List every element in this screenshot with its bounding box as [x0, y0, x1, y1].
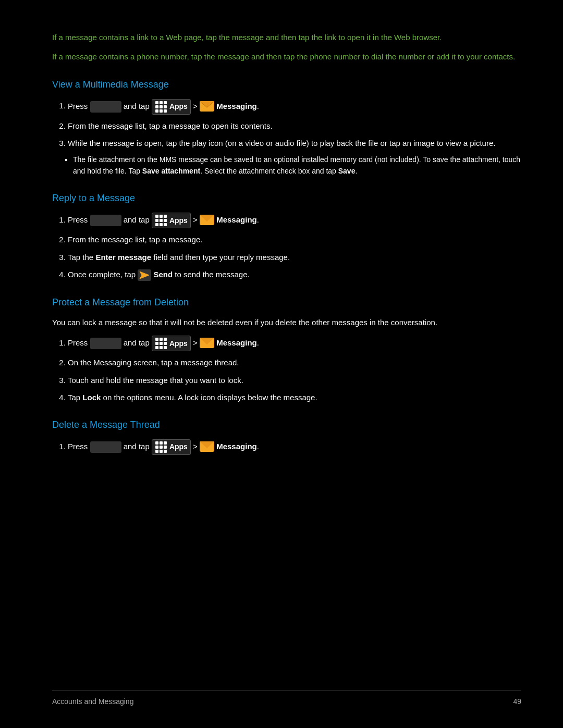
send-icon — [138, 269, 151, 281]
messaging-icon — [200, 441, 214, 453]
messaging-label: Messaging — [216, 338, 257, 347]
section-title-view-multimedia: View a Multimedia Message — [52, 78, 521, 92]
apps-label: Apps — [169, 101, 188, 113]
messaging-icon — [200, 215, 214, 226]
section-protect: Protect a Message from Deletion You can … — [52, 295, 521, 403]
section-view-multimedia: View a Multimedia Message Press and tap … — [52, 78, 521, 177]
apps-label: Apps — [169, 338, 188, 350]
footer: Accounts and Messaging 49 — [52, 690, 521, 707]
apps-label: Apps — [169, 215, 188, 227]
apps-icon-wrap: Apps — [152, 213, 191, 228]
footer-left: Accounts and Messaging — [52, 696, 133, 707]
section-delete: Delete a Message Thread Press and tap Ap… — [52, 418, 521, 455]
apps-icon-wrap: Apps — [152, 99, 191, 115]
apps-icon-wrap: Apps — [152, 439, 191, 455]
footer-right: 49 — [513, 696, 521, 707]
press-button — [90, 101, 121, 113]
list-item: On the Messaging screen, tap a message t… — [68, 356, 521, 368]
section-title-delete: Delete a Message Thread — [52, 418, 521, 432]
list-item: Press and tap Apps > Messaging. — [68, 439, 521, 455]
bullet-item: The file attachment on the MMS message c… — [73, 154, 521, 177]
apps-label: Apps — [169, 441, 188, 453]
list-item: From the message list, tap a message. — [68, 233, 521, 245]
list-item: Press and tap Apps > Messaging. — [68, 99, 521, 115]
messaging-icon — [200, 101, 214, 113]
green-note-2: If a message contains a phone number, ta… — [52, 51, 521, 63]
apps-grid-icon — [155, 101, 167, 113]
press-button — [90, 441, 121, 453]
list-item: From the message list, tap a message to … — [68, 120, 521, 132]
section-title-reply: Reply to a Message — [52, 191, 521, 205]
apps-grid-icon — [155, 441, 167, 453]
list-item: Press and tap Apps > Messaging. — [68, 336, 521, 351]
messaging-label: Messaging — [216, 101, 257, 110]
apps-grid-icon — [155, 215, 167, 226]
list-item: Touch and hold the message that you want… — [68, 374, 521, 386]
list-item: Tap Lock on the options menu. A lock ico… — [68, 391, 521, 403]
messaging-label: Messaging — [216, 442, 257, 451]
list-item: Tap the Enter message field and then typ… — [68, 251, 521, 263]
messaging-icon — [200, 338, 214, 349]
apps-icon-wrap: Apps — [152, 336, 191, 351]
press-button — [90, 215, 121, 226]
press-button — [90, 338, 121, 349]
section-title-protect: Protect a Message from Deletion — [52, 295, 521, 310]
list-item: Once complete, tap Send to send the mess… — [68, 268, 521, 281]
apps-grid-icon — [155, 338, 167, 349]
section-reply: Reply to a Message Press and tap Apps > — [52, 191, 521, 281]
section-intro: You can lock a message so that it will n… — [52, 317, 521, 329]
green-note-1: If a message contains a link to a Web pa… — [52, 31, 521, 43]
list-item: While the message is open, tap the play … — [68, 137, 521, 149]
messaging-label: Messaging — [216, 215, 257, 224]
list-item: Press and tap Apps > Messaging. — [68, 213, 521, 228]
